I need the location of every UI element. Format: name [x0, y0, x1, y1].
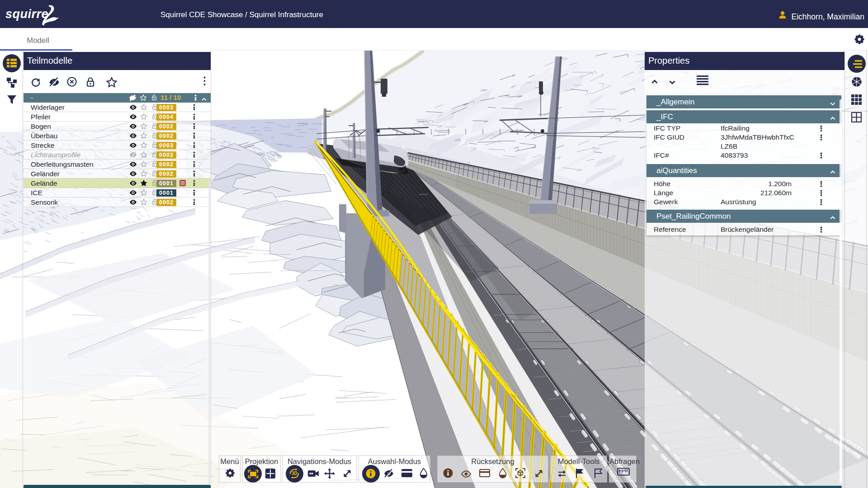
svg-text:squirre: squirre: [5, 7, 48, 21]
svg-text:3D: 3D: [292, 471, 297, 476]
